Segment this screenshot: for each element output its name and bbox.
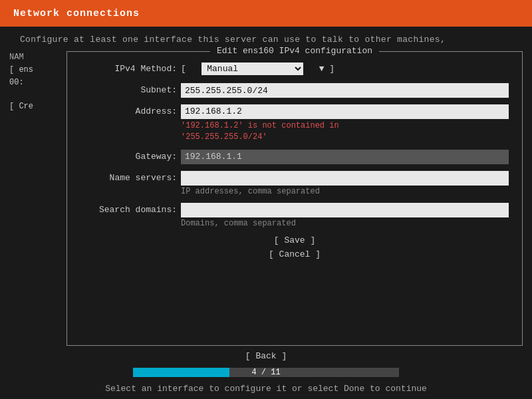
search-domains-placeholder: Domains, comma separated bbox=[181, 219, 509, 228]
sidebar: NAM [ ens 00: [ Cre bbox=[0, 51, 66, 346]
sidebar-create-btn[interactable]: [ Cre bbox=[9, 102, 66, 111]
bottom-bar: [ Back ] 4 / 11 Select an interface to c… bbox=[0, 346, 532, 399]
save-button[interactable]: [ Save ] bbox=[271, 235, 318, 246]
app-title: Network connections bbox=[13, 8, 140, 19]
back-button[interactable]: [ Back ] bbox=[232, 350, 300, 362]
name-servers-placeholder: IP addresses, comma separated bbox=[181, 187, 509, 196]
address-error-line2: '255.255.255.0/24' bbox=[181, 132, 267, 142]
main-area: Configure at least one interface this se… bbox=[0, 27, 532, 399]
subnet-label: Subnet: bbox=[80, 83, 177, 95]
edit-dialog: Edit ens160 IPv4 configuration IPv4 Meth… bbox=[66, 51, 523, 346]
header-bar: Network connections bbox=[0, 0, 532, 27]
address-input[interactable] bbox=[181, 104, 509, 119]
dialog-title: Edit ens160 IPv4 configuration bbox=[210, 46, 379, 56]
cancel-button[interactable]: [ Cancel ] bbox=[266, 249, 323, 260]
dialog-buttons: [ Save ] [ Cancel ] bbox=[80, 235, 509, 260]
search-domains-row: Search domains: Domains, comma separated bbox=[80, 203, 509, 228]
address-value-container: '192.168.1.2' is not contained in '255.2… bbox=[181, 104, 509, 143]
address-row: Address: '192.168.1.2' is not contained … bbox=[80, 104, 509, 143]
search-domains-input[interactable] bbox=[181, 203, 509, 217]
subnet-input[interactable] bbox=[181, 83, 509, 98]
sidebar-item-2[interactable]: 00: bbox=[9, 76, 66, 89]
gateway-value bbox=[181, 150, 509, 164]
address-error: '192.168.1.2' is not contained in '255.2… bbox=[181, 120, 509, 143]
gateway-input[interactable] bbox=[181, 150, 509, 164]
method-bracket-open: [ bbox=[181, 64, 186, 74]
ipv4-method-value: [ Manual Automatic (DHCP) Disabled ▼ ] bbox=[181, 63, 334, 75]
method-bracket-close: ▼ ] bbox=[319, 64, 334, 74]
ipv4-method-label: IPv4 Method: bbox=[80, 64, 177, 74]
progress-bar-fill bbox=[133, 368, 229, 377]
gateway-label: Gateway: bbox=[80, 150, 177, 162]
name-servers-row: Name servers: IP addresses, comma separa… bbox=[80, 171, 509, 196]
name-servers-value: IP addresses, comma separated bbox=[181, 171, 509, 196]
ipv4-method-select[interactable]: Manual Automatic (DHCP) Disabled bbox=[201, 63, 303, 75]
ipv4-method-row: IPv4 Method: [ Manual Automatic (DHCP) D… bbox=[80, 63, 509, 75]
progress-text: 4 / 11 bbox=[251, 368, 280, 377]
bottom-hint: Select an interface to configure it or s… bbox=[105, 384, 427, 394]
gateway-row: Gateway: bbox=[80, 150, 509, 164]
subnet-row: Subnet: bbox=[80, 83, 509, 98]
name-servers-input[interactable] bbox=[181, 171, 509, 186]
address-label: Address: bbox=[80, 104, 177, 116]
progress-bar: 4 / 11 bbox=[133, 368, 399, 377]
search-domains-label: Search domains: bbox=[80, 203, 177, 215]
name-servers-label: Name servers: bbox=[80, 171, 177, 183]
search-domains-value: Domains, comma separated bbox=[181, 203, 509, 228]
subnet-value bbox=[181, 83, 509, 98]
content-row: NAM [ ens 00: [ Cre Edit ens160 IPv4 con… bbox=[0, 51, 532, 346]
sidebar-item-1[interactable]: [ ens bbox=[9, 64, 66, 76]
address-error-line1: '192.168.1.2' is not contained in bbox=[181, 121, 339, 130]
sidebar-name-label: NAM bbox=[9, 51, 66, 64]
